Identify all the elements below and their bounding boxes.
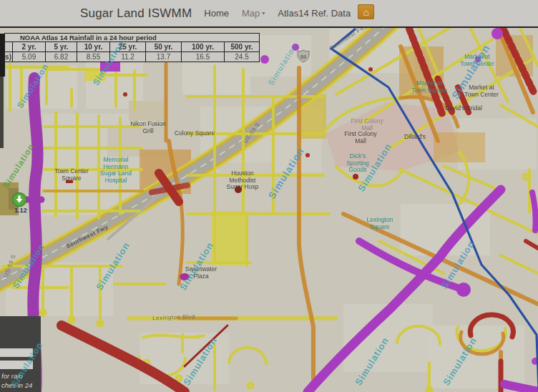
rainfall-value: 6.82	[46, 52, 77, 62]
rainfall-col: 5 yr.	[46, 42, 77, 52]
rainfall-table-title: NOAA Atlas 14 Rainfall in a 24 hour peri…	[5, 34, 260, 42]
rainfall-col: 100 yr.	[182, 42, 225, 52]
rainfall-value: 24.5	[225, 52, 260, 62]
rainfall-value: 13.7	[146, 52, 182, 62]
app-header: Sugar Land ISWMM Home Map▾ Atlas14 Ref. …	[0, 0, 538, 28]
rainfall-col-blank	[5, 42, 13, 52]
legend-input-field[interactable]	[0, 348, 33, 357]
rainfall-table: NOAA Atlas 14 Rainfall in a 24 hour peri…	[4, 33, 260, 62]
rainfall-col: 25 yr.	[110, 42, 146, 52]
rain-gauge-marker[interactable]	[13, 193, 26, 207]
legend-input-field[interactable]	[0, 361, 33, 369]
home-icon: ⌂	[363, 6, 368, 18]
nav-map[interactable]: Map▾	[242, 8, 265, 19]
main-nav: Home Map▾ Atlas14 Ref. Data	[204, 8, 351, 19]
rainfall-table-header-row: 2 yr. 5 yr. 10 yr. 25 yr. 50 yr. 100 yr.…	[5, 42, 260, 52]
svg-text:69: 69	[300, 54, 306, 59]
rainfall-col: 500 yr.	[225, 42, 260, 52]
legend-panel: for rain ches in 24	[0, 316, 41, 392]
rainfall-col: 10 yr.	[77, 42, 110, 52]
legend-text-line: for rain	[1, 372, 23, 380]
rainfall-value: 5.09	[13, 52, 46, 62]
rainfall-row-label: s)	[5, 52, 13, 62]
rainfall-value: 8.55	[77, 52, 110, 62]
map-canvas[interactable]: 69	[0, 26, 538, 392]
rainfall-col: 50 yr.	[146, 42, 182, 52]
rainfall-table-value-row: s) 5.09 6.82 8.55 11.2 13.7 16.5 24.5	[5, 52, 260, 62]
nav-home[interactable]: Home	[204, 8, 229, 19]
app-home-button[interactable]: ⌂	[358, 4, 374, 19]
chevron-down-icon: ▾	[262, 10, 265, 16]
rainfall-col: 2 yr.	[13, 42, 46, 52]
rainfall-value: 16.5	[182, 52, 225, 62]
legend-text-line: ches in 24	[1, 381, 32, 389]
map-art: 69	[0, 26, 538, 392]
page-title: Sugar Land ISWMM	[80, 6, 192, 21]
rainfall-value: 11.2	[110, 52, 146, 62]
nav-atlas14-ref-data[interactable]: Atlas14 Ref. Data	[278, 8, 351, 19]
